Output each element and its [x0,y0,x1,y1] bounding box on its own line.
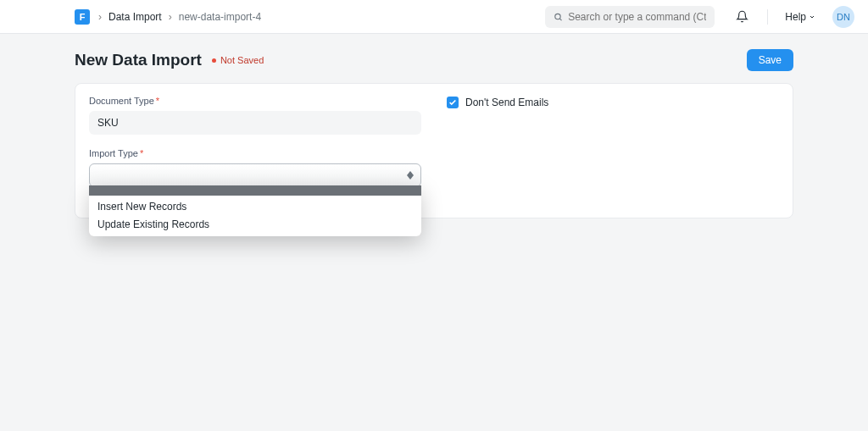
import-type-option[interactable]: Insert New Records [89,198,421,216]
status-badge: Not Saved [212,55,264,65]
chevron-right-icon: › [169,11,172,23]
document-type-group: Document Type* [89,96,421,135]
dont-send-emails-label: Don't Send Emails [465,97,548,108]
form-column-right: Don't Send Emails [447,96,779,201]
help-label: Help [785,11,806,23]
import-type-group: Import Type* Insert New Records Update E… [89,148,421,187]
chevron-right-icon: › [98,11,102,23]
avatar[interactable]: DN [832,6,854,28]
form-card: Document Type* Import Type* [75,83,793,218]
status-text: Not Saved [220,55,264,65]
page-header: New Data Import Not Saved Save [75,49,793,71]
search-icon [554,12,563,22]
import-type-select[interactable] [89,163,421,187]
search-bar[interactable] [545,6,715,28]
svg-point-0 [555,14,560,19]
import-type-label: Import Type* [89,148,421,158]
breadcrumb: › Data Import › new-data-import-4 [98,11,261,23]
navbar: F › Data Import › new-data-import-4 Help… [0,0,868,34]
app-logo[interactable]: F [75,9,90,25]
svg-marker-3 [407,175,414,180]
help-menu[interactable]: Help [782,8,819,26]
document-type-input[interactable] [89,111,421,135]
required-marker: * [156,96,159,106]
divider [767,9,768,25]
breadcrumb-parent[interactable]: Data Import [108,11,162,23]
search-input[interactable] [568,11,706,23]
import-type-option[interactable]: Update Existing Records [89,216,421,234]
page-body: New Data Import Not Saved Save Document … [0,34,868,234]
document-type-label: Document Type* [89,96,421,106]
chevron-down-icon [809,14,815,20]
page-title: New Data Import [75,51,202,69]
bell-icon [736,10,748,23]
form-column-left: Document Type* Import Type* [89,96,421,201]
dropdown-options: Insert New Records Update Existing Recor… [89,196,421,236]
check-icon [448,98,457,107]
select-caret-icon [407,171,414,180]
notifications-button[interactable] [730,5,754,29]
save-button[interactable]: Save [747,49,793,71]
dont-send-emails-row: Don't Send Emails [447,96,779,108]
breadcrumb-current[interactable]: new-data-import-4 [179,11,261,23]
required-marker: * [140,148,143,158]
status-dot-icon [212,58,216,63]
svg-line-1 [560,19,562,20]
dont-send-emails-checkbox[interactable] [447,97,459,108]
dropdown-cap [89,185,421,196]
import-type-dropdown: Insert New Records Update Existing Recor… [89,185,421,236]
avatar-initials: DN [837,12,850,22]
app-logo-letter: F [80,12,86,22]
